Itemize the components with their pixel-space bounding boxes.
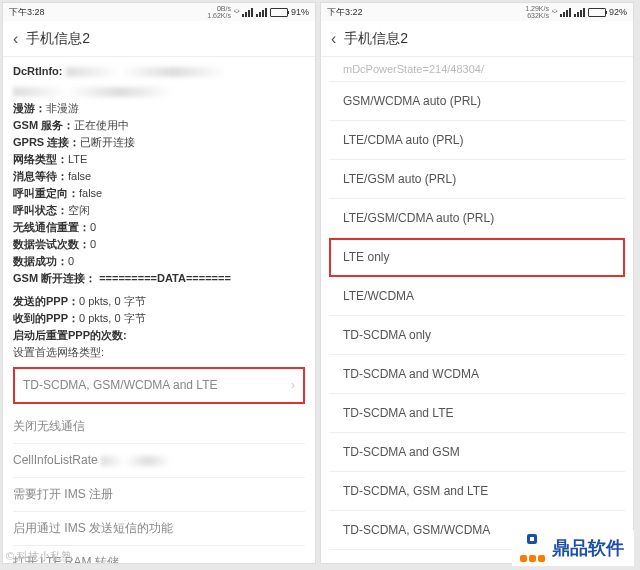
ims-sms-row[interactable]: 启用通过 IMS 发送短信的功能 bbox=[13, 512, 305, 546]
status-time: 下午3:22 bbox=[327, 6, 363, 19]
title-bar: ‹ 手机信息2 bbox=[321, 21, 633, 57]
radio-off-row[interactable]: 关闭无线通信 bbox=[13, 410, 305, 444]
network-option[interactable]: LTE/GSM/CDMA auto (PRL) bbox=[329, 199, 625, 238]
ims-register-row[interactable]: 需要打开 IMS 注册 bbox=[13, 478, 305, 512]
network-option[interactable]: LTE/CDMA auto (PRL) bbox=[329, 121, 625, 160]
title-bar: ‹ 手机信息2 bbox=[3, 21, 315, 57]
watermark: © 科技小私塾 bbox=[6, 549, 72, 564]
redacted-text bbox=[13, 87, 173, 97]
signal-icon bbox=[242, 8, 253, 17]
network-option[interactable]: TD-SCDMA and WCDMA bbox=[329, 355, 625, 394]
brand-icon bbox=[518, 534, 546, 562]
status-time: 下午3:28 bbox=[9, 6, 45, 19]
brand-text: 鼎品软件 bbox=[552, 536, 624, 560]
back-icon[interactable]: ‹ bbox=[13, 30, 18, 48]
net-speed: 0B/s1.62K/s bbox=[207, 5, 231, 19]
network-option[interactable]: GSM/WCDMA auto (PRL) bbox=[329, 82, 625, 121]
network-option[interactable]: TD-SCDMA and LTE bbox=[329, 394, 625, 433]
network-option[interactable]: TD-SCDMA and GSM bbox=[329, 433, 625, 472]
battery-pct: 92% bbox=[609, 7, 627, 17]
net-speed: 1.29K/s632K/s bbox=[525, 5, 549, 19]
battery-icon bbox=[588, 8, 606, 17]
signal-icon bbox=[256, 8, 267, 17]
preferred-network-selector[interactable]: TD-SCDMA, GSM/WCDMA and LTE › bbox=[13, 367, 305, 404]
info-panel: DcRtInfo: 漫游：非漫游 GSM 服务：正在使用中 GPRS 连接：已断… bbox=[3, 57, 315, 564]
battery-pct: 91% bbox=[291, 7, 309, 17]
network-option[interactable]: TD-SCDMA, GSM and LTE bbox=[329, 472, 625, 511]
phone-left: 下午3:28 0B/s1.62K/s ⌔ 91% ‹ 手机信息2 DcRtInf… bbox=[2, 2, 316, 564]
page-title: 手机信息2 bbox=[26, 30, 90, 48]
back-icon[interactable]: ‹ bbox=[331, 30, 336, 48]
page-title: 手机信息2 bbox=[344, 30, 408, 48]
redacted-text bbox=[66, 67, 226, 77]
signal-icon bbox=[574, 8, 585, 17]
brand-logo: 鼎品软件 bbox=[512, 530, 634, 566]
cellinfo-row[interactable]: CellInfoListRate bbox=[13, 444, 305, 478]
wifi-icon: ⌔ bbox=[552, 7, 557, 17]
wifi-icon: ⌔ bbox=[234, 7, 239, 17]
dim-header: mDcPowerState=214/48304/ bbox=[329, 57, 625, 82]
selector-value: TD-SCDMA, GSM/WCDMA and LTE bbox=[23, 377, 217, 394]
phone-right: 下午3:22 1.29K/s632K/s ⌔ 92% ‹ 手机信息2 mDcPo… bbox=[320, 2, 634, 564]
network-option[interactable]: TD-SCDMA only bbox=[329, 316, 625, 355]
network-option[interactable]: LTE/GSM auto (PRL) bbox=[329, 160, 625, 199]
network-option[interactable]: LTE/WCDMA bbox=[329, 277, 625, 316]
battery-icon bbox=[270, 8, 288, 17]
status-bar: 下午3:28 0B/s1.62K/s ⌔ 91% bbox=[3, 3, 315, 21]
network-option[interactable]: LTE only bbox=[329, 238, 625, 277]
chevron-right-icon: › bbox=[291, 377, 295, 394]
signal-icon bbox=[560, 8, 571, 17]
redacted-text bbox=[101, 456, 171, 466]
status-bar: 下午3:22 1.29K/s632K/s ⌔ 92% bbox=[321, 3, 633, 21]
